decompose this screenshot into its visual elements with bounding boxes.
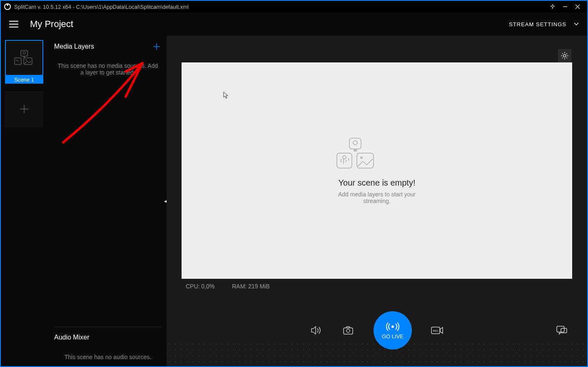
media-layers-heading: Media Layers	[54, 43, 94, 50]
scenes-column: Scene 1	[1, 36, 49, 366]
add-layer-button[interactable]	[152, 42, 162, 52]
media-icon	[14, 50, 35, 66]
canvas-empty-title: Your scene is empty!	[335, 178, 419, 188]
stats-bar: CPU: 0,0% RAM: 219 MiB	[167, 279, 587, 294]
bottom-controls: GO LIVE REC	[167, 311, 587, 350]
svg-rect-34	[557, 326, 564, 332]
svg-rect-5	[23, 56, 25, 57]
svg-rect-22	[349, 138, 361, 149]
svg-point-23	[353, 141, 357, 145]
close-icon[interactable]	[571, 1, 584, 12]
chat-icon[interactable]	[556, 324, 568, 337]
svg-point-4	[23, 52, 25, 54]
chevron-down-icon	[574, 22, 579, 26]
titlebar: SplitCam v. 10.5.12 x64 - C:\Users\1\App…	[1, 1, 587, 12]
header: My Project STREAM SETTINGS	[1, 12, 587, 36]
svg-line-18	[562, 53, 563, 54]
main-area: Your scene is empty! Add media layers to…	[167, 36, 587, 366]
app-icon	[4, 3, 11, 10]
audio-mixer-section: Audio Mixer This scene has no audio sour…	[54, 327, 162, 360]
scene-label[interactable]: Scene 1	[5, 76, 43, 84]
window-title: SplitCam v. 10.5.12 x64 - C:\Users\1\App…	[14, 4, 189, 10]
svg-point-30	[346, 329, 350, 332]
cursor-icon	[223, 92, 229, 99]
media-layers-empty-text: This scene has no media sources. Add a l…	[54, 62, 162, 76]
pin-icon[interactable]	[546, 1, 559, 12]
camera-icon[interactable]	[342, 324, 354, 337]
stream-settings-button[interactable]: STREAM SETTINGS	[509, 21, 579, 27]
brightness-icon[interactable]	[558, 49, 571, 62]
svg-point-31	[391, 325, 394, 328]
svg-point-28	[360, 156, 363, 159]
layers-column: Media Layers This scene has no media sou…	[49, 36, 167, 366]
scene-thumbnail[interactable]	[5, 40, 43, 76]
record-icon[interactable]: REC	[431, 324, 443, 337]
svg-line-20	[562, 57, 563, 58]
svg-line-21	[566, 53, 567, 54]
svg-text:REC: REC	[433, 330, 439, 332]
empty-scene-icon	[335, 137, 375, 170]
svg-point-26	[343, 156, 346, 159]
ram-stat: RAM: 219 MiB	[232, 283, 269, 290]
stream-settings-label: STREAM SETTINGS	[509, 21, 566, 27]
svg-line-19	[566, 57, 567, 58]
speaker-icon[interactable]	[310, 324, 323, 337]
sidebar: Scene 1 Media Layers This scene has no m…	[1, 36, 167, 366]
svg-point-8	[26, 60, 27, 61]
svg-rect-24	[354, 149, 357, 151]
svg-rect-6	[15, 58, 21, 64]
canvas-empty-subtitle: Add media layers to start your streaming…	[335, 191, 419, 204]
audio-mixer-heading: Audio Mixer	[54, 334, 162, 341]
svg-rect-3	[21, 50, 27, 56]
svg-point-13	[563, 55, 566, 57]
add-scene-button[interactable]	[5, 91, 43, 127]
go-live-label: GO LIVE	[382, 333, 404, 340]
broadcast-icon	[386, 322, 400, 332]
preview-canvas[interactable]: Your scene is empty! Add media layers to…	[182, 62, 572, 279]
go-live-button[interactable]: GO LIVE	[374, 311, 412, 350]
minimize-icon[interactable]	[559, 1, 571, 12]
audio-mixer-empty-text: This scene has no audio sources.	[54, 354, 162, 360]
project-title: My Project	[30, 19, 73, 30]
cpu-stat: CPU: 0,0%	[186, 283, 214, 290]
menu-icon[interactable]	[9, 21, 18, 27]
